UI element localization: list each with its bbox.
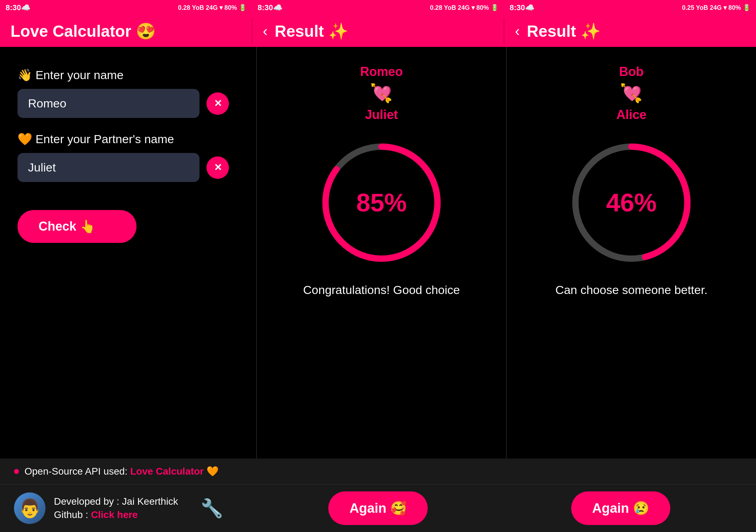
header-result1: ‹ Result ✨ [252, 15, 504, 47]
tools-icon: 🔧 [201, 498, 223, 519]
battery-1: 0.28 YoB 24G ▾ 80% 🔋 [178, 4, 246, 12]
time-1: 8:30 [6, 3, 21, 12]
app-title: Love Calculator 😍 [10, 22, 156, 41]
result-message-1: Congratulations! Good choice [303, 283, 460, 297]
footer-bottom: 👨 Developed by : Jai Keerthick Github : … [0, 484, 756, 532]
result-title-2: Result ✨ [527, 22, 600, 41]
time-3: 8:30 [510, 3, 525, 12]
cloud-icon-2: ☁️ [273, 3, 282, 12]
header-calc: Love Calculator 😍 [0, 15, 252, 47]
result-panel-2: Bob 💘 Alice 46% Can choose someone bette… [507, 47, 756, 458]
heart-arrow-1: 💘 [370, 83, 393, 104]
battery-2: 0.28 YoB 24G ▾ 80% 🔋 [430, 4, 498, 12]
footer-api-row: Open-Source API used: Love Calculator 🧡 [0, 458, 756, 484]
api-text: Open-Source API used: Love Calculator 🧡 [24, 465, 219, 477]
partner-input[interactable] [18, 153, 200, 182]
main-content: 👋 Enter your name ✕ 🧡 Enter your Partner… [0, 47, 756, 458]
progress-circle-1: 85% [315, 136, 448, 269]
check-button[interactable]: Check 👆 [18, 210, 136, 243]
avatar: 👨 [14, 492, 46, 524]
person3-name: Bob [619, 64, 644, 79]
person2-name: Juliet [365, 107, 398, 122]
status-bar-1: 8:30 ☁️ 0.28 YoB 24G ▾ 80% 🔋 [0, 0, 252, 15]
couple-names-2: Bob 💘 Alice [616, 64, 646, 122]
dev-github: Github : Click here [54, 509, 178, 520]
footer-dot [14, 469, 19, 474]
dev-details: Developed by : Jai Keerthick Github : Cl… [54, 496, 178, 520]
status-bars: 8:30 ☁️ 0.28 YoB 24G ▾ 80% 🔋 8:30 ☁️ 0.2… [0, 0, 756, 15]
again-button-2[interactable]: Again 😢 [571, 491, 670, 525]
calculator-panel: 👋 Enter your name ✕ 🧡 Enter your Partner… [0, 47, 257, 458]
battery-3: 0.25 YoB 24G ▾ 80% 🔋 [682, 4, 750, 12]
back-arrow-1[interactable]: ‹ [263, 23, 268, 40]
percentage-2: 46% [606, 188, 657, 217]
result-title-1: Result ✨ [275, 22, 348, 41]
clear-partner-button[interactable]: ✕ [206, 156, 229, 179]
person1-name: Romeo [360, 64, 403, 79]
header-bars: Love Calculator 😍 ‹ Result ✨ ‹ Result ✨ [0, 15, 756, 47]
percentage-1: 85% [356, 188, 407, 217]
github-link[interactable]: Click here [91, 509, 138, 520]
back-arrow-2[interactable]: ‹ [515, 23, 520, 40]
progress-circle-2: 46% [565, 136, 698, 269]
footer-dev-info: 👨 Developed by : Jai Keerthick Github : … [14, 492, 257, 524]
couple-names-1: Romeo 💘 Juliet [360, 64, 403, 122]
name-input[interactable] [18, 89, 200, 118]
name-input-row: ✕ [18, 89, 239, 118]
again-button-1[interactable]: Again 🥰 [328, 491, 427, 525]
partner-label: 🧡 Enter your Partner's name [18, 132, 239, 146]
footer: Open-Source API used: Love Calculator 🧡 … [0, 458, 756, 532]
cloud-icon-1: ☁️ [21, 3, 30, 12]
name-label: 👋 Enter your name [18, 68, 239, 82]
dev-name: Developed by : Jai Keerthick [54, 496, 178, 507]
result-panel-1: Romeo 💘 Juliet 85% Congratulations! Good… [257, 47, 507, 458]
cloud-icon-3: ☁️ [525, 3, 534, 12]
api-link[interactable]: Love Calculator 🧡 [130, 466, 219, 477]
time-2: 8:30 [258, 3, 273, 12]
header-result2: ‹ Result ✨ [504, 15, 756, 47]
result-message-2: Can choose someone better. [555, 283, 708, 297]
status-bar-2: 8:30 ☁️ 0.28 YoB 24G ▾ 80% 🔋 [252, 0, 504, 15]
person4-name: Alice [616, 107, 646, 122]
heart-arrow-2: 💘 [620, 83, 643, 104]
partner-input-row: ✕ [18, 153, 239, 182]
status-bar-3: 8:30 ☁️ 0.25 YoB 24G ▾ 80% 🔋 [504, 0, 756, 15]
clear-name-button[interactable]: ✕ [206, 92, 229, 115]
footer-again-buttons: Again 🥰 Again 😢 [257, 491, 742, 525]
